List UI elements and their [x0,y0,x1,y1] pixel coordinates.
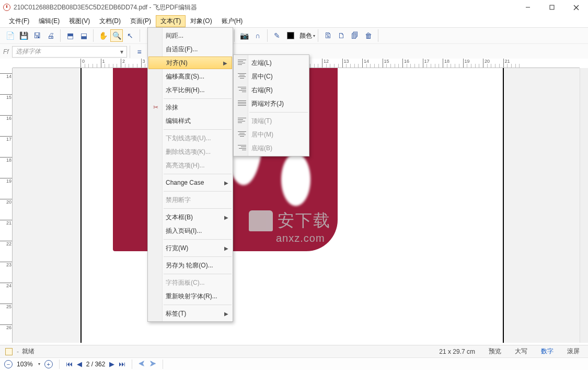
zoom-in-button[interactable]: + [44,360,53,368]
menu-item-textbox[interactable]: 文本框(B)▶ [148,210,233,224]
last-page-button[interactable]: ⏭ [119,360,125,368]
menu-account[interactable]: 账户(H) [217,15,248,27]
color-dropdown-icon[interactable]: ▾ [313,33,315,38]
select-icon[interactable]: ↖ [124,29,136,42]
zoom-icon[interactable]: 🔍 [110,29,123,42]
align-center-icon [238,73,246,80]
hand-icon[interactable]: ✋ [97,29,109,42]
status-icon[interactable] [5,348,13,355]
menu-bar: 文件(F) 编辑(E) 视图(V) 文档(D) 页面(P) 文本(T) 对象(O… [0,15,588,27]
ruler-vertical: 14151617181920212223242526 [0,68,13,343]
menu-text[interactable]: 文本(T) [156,15,186,27]
new-icon[interactable]: 📄 [4,29,16,42]
menu-item-hscale[interactable]: 水平比例(H)... [148,83,233,97]
next-page-button[interactable]: ▶ [109,360,114,368]
status-bar: - 就绪 21 x 29.7 cm 预览 大写 数字 滚屏 [0,345,588,357]
arrow-right-icon: ▶ [223,60,227,66]
color-chip-icon[interactable] [284,29,297,42]
nav-fwd-button[interactable]: ⮞ [149,360,156,368]
watermark-text1: 安下载 [278,209,331,232]
watermark-text2: anxz.com [276,232,331,244]
menu-item-linewidth[interactable]: 行宽(W)▶ [148,241,233,255]
page-indicator[interactable]: 2 / 362 [86,361,106,368]
align-tool-icon[interactable]: ≡ [133,46,146,58]
menu-item-charpanel[interactable]: 字符面板(C)... [148,276,233,289]
tool-d-icon[interactable]: 🗑 [362,29,375,42]
saveas-icon[interactable]: 🖫 [31,29,43,42]
menu-item-remap[interactable]: 重新映射字体(R)... [148,289,233,303]
tool-b-icon[interactable]: 🗋 [335,29,348,42]
menu-item-tags[interactable]: 标签(T)▶ [148,307,233,320]
camera-icon[interactable]: 📷 [238,29,250,42]
prev-page-button[interactable]: ◀ [77,360,82,368]
menu-page[interactable]: 页面(P) [125,15,156,27]
status-num: 数字 [538,347,557,356]
submenu-align-bottom[interactable]: 底端(B) [234,141,309,155]
menu-edit[interactable]: 编辑(E) [34,15,64,27]
first-page-button[interactable]: ⏮ [66,360,73,368]
submenu-align-right[interactable]: 右端(R) [234,83,309,97]
zoom-out-button[interactable]: − [4,360,13,368]
status-ready: 就绪 [22,347,34,356]
menu-item-hyphen[interactable]: 禁用断字 [148,193,233,207]
menu-item-spacing[interactable]: 间距... [148,29,233,42]
menu-item-editstyle[interactable]: 编辑样式 [148,114,233,128]
align-left-icon [238,60,246,66]
undo-icon[interactable]: ∩ [251,29,264,42]
watermark: 安下载 anxz.com [249,209,331,244]
maximize-button[interactable] [540,0,564,15]
status-dimensions: 21 x 29.7 cm [436,348,478,355]
text-menu-panel: 间距... 自适应(F)... 对齐(N)▶ 偏移高度(S)... 水平比例(H… [147,27,233,322]
menu-item-offset[interactable]: 偏移高度(S)... [148,70,233,83]
submenu-align-top[interactable]: 顶端(T) [234,114,309,128]
menu-item-autofit[interactable]: 自适应(F)... [148,42,233,56]
svg-rect-1 [550,5,554,9]
status-caps: 大写 [512,347,531,356]
align-middle-icon [238,131,246,138]
tool-a-icon[interactable]: 🖻 [321,29,334,42]
arrow-right-icon: ▶ [224,180,228,186]
menu-doc[interactable]: 文档(D) [95,15,125,27]
chevron-down-icon[interactable]: ▾ [120,48,123,55]
menu-item-highlight[interactable]: 高亮选项(H)... [148,159,233,172]
status-preview[interactable]: 预览 [486,347,504,356]
scrollbar-vertical[interactable] [580,68,588,343]
arrow-right-icon: ▶ [224,245,228,251]
submenu-align-center-h[interactable]: 居中(C) [234,70,309,83]
menu-object[interactable]: 对象(O) [186,15,216,27]
status-scroll: 滚屏 [564,347,583,356]
menu-item-insertpage[interactable]: 插入页码(I)... [148,224,233,238]
align-justify-icon [238,100,246,107]
color-label: 颜色 [299,31,312,40]
page-out-icon[interactable]: ⬓ [77,29,90,42]
menu-item-saveas[interactable]: 另存为 轮廓(O)... [148,259,233,272]
menu-view[interactable]: 视图(V) [64,15,95,27]
menu-item-strike[interactable]: 删除线选项(K)... [148,145,233,159]
align-bottom-icon [238,145,246,151]
app-icon [3,4,10,11]
menu-item-smear[interactable]: ✂涂抹 [148,100,233,114]
title-bar: 210C012688B2DB08D3E5C5D2EDB6DD74.pdf - 飞… [0,0,588,15]
font-selector[interactable]: 选择字体 ▾ [12,46,127,58]
tool-c-icon[interactable]: 🗐 [349,29,361,42]
window-title: 210C012688B2DB08D3E5C5D2EDB6DD74.pdf - 飞… [14,3,197,12]
font-placeholder: 选择字体 [16,47,41,56]
submenu-align-center-v[interactable]: 居中(M) [234,128,309,141]
brush-icon[interactable]: ✎ [271,29,283,42]
save-icon[interactable]: 💾 [17,29,30,42]
minimize-button[interactable] [516,0,540,15]
submenu-align-justify[interactable]: 两端对齐(J) [234,97,309,110]
menu-file[interactable]: 文件(F) [4,15,34,27]
zoom-dropdown-icon[interactable]: ▾ [38,362,40,366]
nav-back-button[interactable]: ⮜ [139,360,145,368]
menu-item-underline[interactable]: 下划线选项(U)... [148,131,233,145]
page-in-icon[interactable]: ⬒ [64,29,76,42]
print-icon[interactable]: 🖨 [44,29,57,42]
menu-item-align[interactable]: 对齐(N)▶ [148,57,232,69]
submenu-align-left[interactable]: 左端(L) [234,56,309,70]
menu-item-changecase[interactable]: Change Case▶ [148,176,233,189]
zoom-value[interactable]: 103% [17,361,33,368]
font-prefix-icon: Ff [3,48,9,55]
close-button[interactable] [564,0,588,15]
navigation-bar: − 103% ▾ + ⏮ ◀ 2 / 362 ▶ ⏭ ⮜ ⮞ [0,357,588,370]
